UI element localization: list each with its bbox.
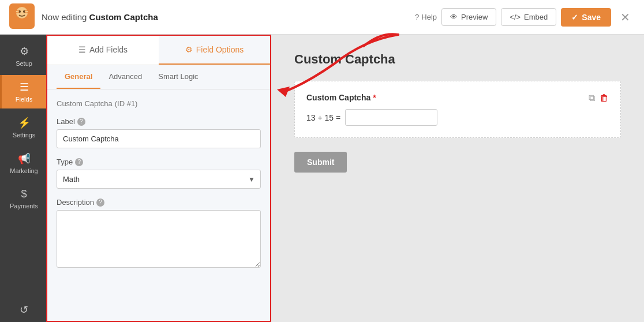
label-help-icon[interactable]: ? (77, 118, 85, 126)
main-layout: ⚙ Setup ☰ Fields ⚡ Settings 📢 Marketing … (0, 35, 644, 322)
type-select[interactable]: Math Question and Answer (57, 170, 261, 189)
header: Now editing Custom Captcha ? Help 👁 Prev… (0, 0, 644, 35)
svg-marker-6 (277, 87, 290, 97)
help-icon: ? (415, 13, 419, 21)
type-label: Type ? (57, 158, 261, 166)
field-title: Custom Captcha (ID #1) (57, 99, 261, 108)
form-preview-title: Custom Captcha (294, 52, 621, 67)
header-title: Now editing Custom Captcha (42, 12, 408, 22)
field-actions: ⧉ 🗑 (589, 93, 609, 103)
sidebar-item-history[interactable]: ↺ (0, 298, 46, 322)
help-button[interactable]: ? Help (415, 13, 437, 21)
math-row: 13 + 15 = (306, 109, 609, 126)
tab-add-fields[interactable]: ☰ Add Fields (47, 36, 159, 65)
tab-field-options[interactable]: ⚙ Field Options (159, 36, 270, 65)
eye-icon: 👁 (450, 13, 458, 21)
check-icon: ✓ (571, 13, 578, 22)
preview-button[interactable]: 👁 Preview (441, 8, 496, 26)
history-icon: ↺ (20, 304, 28, 316)
sidebar-nav: ⚙ Setup ☰ Fields ⚡ Settings 📢 Marketing … (0, 35, 46, 322)
description-group: Description ? (57, 198, 261, 269)
sidebar-item-payments[interactable]: $ Payments (0, 182, 46, 215)
sub-tab-advanced[interactable]: Advanced (100, 65, 150, 89)
sub-tabs: General Advanced Smart Logic (47, 65, 270, 89)
math-equation: 13 + 15 = (306, 113, 340, 122)
payments-icon: $ (21, 188, 27, 200)
svg-point-5 (25, 10, 28, 13)
type-help-icon[interactable]: ? (75, 158, 83, 166)
description-textarea[interactable] (57, 210, 261, 268)
label-label: Label ? (57, 117, 261, 126)
code-icon: </> (510, 13, 521, 21)
label-group: Label ? (57, 117, 261, 148)
description-label: Description ? (57, 198, 261, 207)
delete-button[interactable]: 🗑 (600, 93, 609, 103)
description-help-icon[interactable]: ? (96, 199, 104, 207)
logo (9, 3, 35, 31)
sidebar-item-settings[interactable]: ⚡ Settings (0, 111, 46, 144)
sub-tab-general[interactable]: General (57, 65, 100, 89)
math-answer-input[interactable] (345, 109, 437, 126)
close-button[interactable]: ✕ (616, 8, 635, 27)
preview-panel: Custom Captcha Custom Captcha * ⧉ 🗑 13 +… (271, 35, 644, 322)
field-panel: ☰ Add Fields ⚙ Field Options General Adv… (46, 35, 271, 322)
embed-button[interactable]: </> Embed (501, 8, 556, 26)
header-actions: ? Help 👁 Preview </> Embed ✓ Save ✕ (415, 8, 635, 27)
field-options-content: Custom Captcha (ID #1) Label ? Type ? (47, 89, 270, 321)
svg-point-4 (16, 10, 19, 13)
type-select-wrap: Math Question and Answer ▼ (57, 170, 261, 189)
form-preview-card: Custom Captcha * ⧉ 🗑 13 + 15 = (294, 81, 621, 138)
label-input[interactable] (57, 129, 261, 148)
required-star: * (373, 93, 376, 102)
sidebar-item-marketing[interactable]: 📢 Marketing (0, 147, 46, 180)
sidebar-item-fields[interactable]: ☰ Fields (0, 75, 46, 108)
sub-tab-smart-logic[interactable]: Smart Logic (150, 65, 206, 89)
add-fields-icon: ☰ (78, 45, 86, 54)
form-field-label: Custom Captcha * (306, 93, 376, 102)
fields-icon: ☰ (20, 81, 29, 93)
sidebar-item-setup[interactable]: ⚙ Setup (0, 39, 46, 73)
panel-top-tabs: ☰ Add Fields ⚙ Field Options (47, 36, 270, 65)
save-button[interactable]: ✓ Save (561, 8, 611, 27)
field-options-icon: ⚙ (185, 45, 193, 54)
submit-button[interactable]: Submit (294, 152, 347, 173)
type-group: Type ? Math Question and Answer ▼ (57, 158, 261, 189)
copy-button[interactable]: ⧉ (589, 93, 595, 103)
marketing-icon: 📢 (18, 152, 31, 165)
gear-icon: ⚙ (20, 45, 29, 58)
settings-icon: ⚡ (18, 117, 31, 129)
